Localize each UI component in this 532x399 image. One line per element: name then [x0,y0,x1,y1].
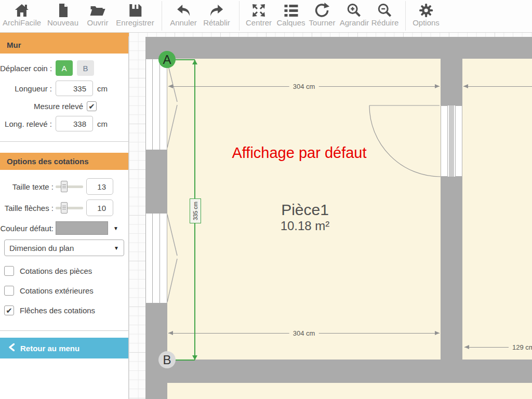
row-couleur-defaut: Couleur défaut: ▼ [0,221,128,235]
rotate-icon [314,3,330,18]
toolbar-item-calques[interactable]: Calques [276,3,305,27]
toolbar-item-ouvrir[interactable]: Ouvrir [87,3,109,27]
cotations-exterieures-label: Cotations extérieures [20,286,94,295]
taille-texte-input[interactable] [86,178,113,195]
door-frame-stripe [449,105,454,177]
panel-cotations-title: Options des cotations [0,153,128,170]
toolbar-item-retablir[interactable]: Rétablir [203,3,230,27]
room-right[interactable] [462,59,532,360]
door[interactable] [441,105,462,177]
panel-cotations: Options des cotations Taille texte : Tai… [0,153,128,331]
toolbar-separator [162,1,162,31]
sidebar-accent-bar [0,32,129,36]
toolbar-item-agrandir[interactable]: Agrandir [340,3,369,27]
row-long-releve: Long. relevé : cm [0,116,128,131]
window-upper[interactable] [145,59,167,150]
arrow-left-icon [168,331,173,335]
long-releve-unit: cm [97,119,108,128]
taille-texte-slider[interactable] [56,180,83,193]
toolbar-item-tourner[interactable]: Tourner [309,3,336,27]
dimension-select-value: Dimension du plan [9,244,109,252]
slider-track [56,185,83,188]
save-icon [127,3,143,18]
check-mark: ✔ [6,306,12,315]
room-area: 10.18 m² [281,219,330,233]
wall-top[interactable] [145,37,532,59]
green-dim-label-box: 335 cm [190,198,201,223]
toolbar-label: Tourner [309,19,336,27]
longueur-input[interactable] [56,81,93,96]
door-panel [441,105,448,177]
dimension-label-top: 304 cm [289,82,319,91]
long-releve-label: Long. relevé : [0,119,56,128]
toolbar-item-reduire[interactable]: Réduire [371,3,399,27]
arrow-down-icon [192,355,197,360]
slider-grip-icon [62,184,66,185]
long-releve-input[interactable] [56,116,93,131]
dimension-line-129 [464,347,509,348]
floorplan-canvas[interactable]: 304 cm 304 cm 129 cm 335 cm A B Affichag… [129,32,532,399]
arrow-left-icon [464,345,469,349]
corner-marker-a[interactable]: A [158,51,176,68]
retour-menu-label: Retour au menu [20,344,79,353]
chevron-down-icon: ▼ [114,245,119,251]
toolbar-label: Agrandir [340,19,369,27]
toolbar-label: Calques [276,19,305,27]
dimension-label-129: 129 cm [509,343,532,352]
arrow-left-icon [168,84,173,88]
mesure-releve-checkbox[interactable]: ✔ [87,101,97,111]
row-cotations-exterieures: Cotations extérieures [4,286,128,296]
toolbar-item-options[interactable]: Options [413,3,440,27]
room-bottom[interactable] [167,383,532,399]
corner-a-button[interactable]: A [56,60,73,76]
cotations-exterieures-checkbox[interactable] [4,286,14,296]
slider-thumb[interactable] [61,181,68,192]
dimension-select[interactable]: Dimension du plan ▼ [4,240,124,256]
check-mark: ✔ [88,102,95,111]
center-expand-icon [251,3,267,18]
toolbar-item-enregistrer[interactable]: Enregistrer [116,3,154,27]
taille-fleches-input[interactable] [86,200,113,216]
couleur-defaut-swatch[interactable] [56,221,108,235]
toolbar-item-archifacile[interactable]: ArchiFacile [3,3,41,27]
window-pane-line [159,59,160,150]
couleur-defaut-label: Couleur défaut: [0,224,56,233]
wall-divider[interactable] [441,37,462,383]
window-pane-line [152,59,153,150]
toolbar-label: Centrer [246,19,272,27]
row-longueur: Longueur : cm [0,81,128,96]
toolbar-label: Nouveau [47,19,78,27]
arrow-right-icon [435,331,440,335]
toolbar-separator [239,1,240,31]
taille-fleches-slider[interactable] [56,201,83,215]
toolbar-item-nouveau[interactable]: Nouveau [47,3,78,27]
chevron-down-icon[interactable]: ▼ [113,225,118,231]
window-lower[interactable] [145,214,167,303]
dimension-line-right-room [463,86,532,87]
toolbar-label: ArchiFacile [3,19,41,27]
sidebar: Mur Déplacer coin : A B Longueur : cm Me… [0,36,129,399]
row-taille-texte: Taille texte : [0,178,128,195]
dimension-label-bottom: 304 cm [289,329,319,338]
panel-mur: Mur Déplacer coin : A B Longueur : cm Me… [0,36,128,142]
fleches-cotations-checkbox[interactable]: ✔ [4,305,14,315]
wall-bottom[interactable] [145,360,532,383]
new-file-icon [55,3,71,18]
row-taille-fleches: Taille flèches : [0,200,128,216]
zoom-in-icon [347,3,362,18]
toolbar-separator [405,1,406,31]
arrow-right-icon [435,84,440,88]
toolbar-item-centrer[interactable]: Centrer [246,3,272,27]
corner-b-button[interactable]: B [77,60,94,76]
deplacer-coin-label: Déplacer coin : [0,64,56,73]
retour-menu-button[interactable]: Retour au menu [0,338,128,358]
annotation-text: Affichage par défaut [232,144,366,162]
slider-thumb[interactable] [61,202,68,214]
window-pane-line [159,214,160,303]
toolbar-label: Options [413,19,440,27]
slider-track [56,207,83,209]
cotations-pieces-checkbox[interactable] [4,266,14,276]
toolbar-label: Enregistrer [116,19,154,27]
corner-marker-b[interactable]: B [158,351,176,368]
toolbar-item-annuler[interactable]: Annuler [170,3,197,27]
